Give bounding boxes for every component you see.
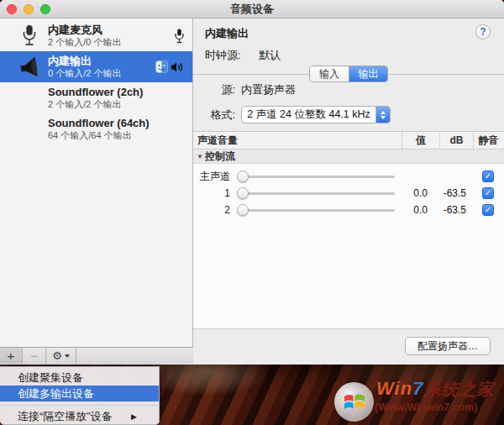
col-header-value: 值 — [402, 132, 439, 149]
actions-menu-button[interactable]: ⚙ — [46, 348, 76, 364]
mute-checkbox-2[interactable]: ✓ — [482, 204, 494, 216]
windows-logo-icon — [334, 382, 374, 422]
source-value: 内置扬声器 — [241, 82, 296, 97]
device-detail: 2 个输入/2 个输出 — [48, 99, 143, 111]
channel-label: 主声道 — [193, 170, 234, 184]
device-row-built-in-mic[interactable]: 内建麦克风 2 个输入/0 个输出 — [0, 20, 192, 51]
mute-checkbox-1[interactable]: ✓ — [482, 187, 494, 199]
slider-track — [237, 192, 395, 195]
sidebar-toolbar: + − ⚙ — [0, 347, 193, 364]
add-device-button[interactable]: + — [0, 348, 23, 364]
device-name: 内建麦克风 — [48, 24, 121, 37]
device-detail: 0 个输入/2 个输出 — [48, 68, 121, 80]
db-cell: -63.5 — [439, 204, 473, 216]
menu-item-label: 连接“隔空播放”设备 — [18, 409, 113, 424]
value-cell: 0.0 — [402, 204, 439, 216]
close-button[interactable] — [7, 4, 17, 14]
device-list: 内建麦克风 2 个输入/0 个输出 — [0, 18, 192, 144]
actions-context-menu: 创建聚集设备 创建多输出设备 连接“隔空播放”设备 ▶ — [0, 366, 160, 425]
source-format-section: 源: 内置扬声器 格式: 2 声道 24 位整数 44.1 kHz — [193, 75, 504, 132]
panel-footer: 配置扬声器… — [193, 328, 504, 363]
minimize-button[interactable] — [24, 4, 34, 14]
device-row-soundflower-64ch[interactable]: Soundflower (64ch) 64 个输入/64 个输出 — [0, 113, 192, 144]
slider-track — [237, 209, 395, 212]
submenu-arrow-icon: ▶ — [131, 412, 137, 421]
format-value: 2 声道 24 位整数 44.1 kHz — [242, 108, 375, 122]
volume-slider-1[interactable] — [237, 187, 398, 199]
finder-badge-icon — [155, 60, 168, 73]
audio-devices-window: 音频设备 — [0, 0, 504, 365]
clock-source-label: 时钟源: — [205, 48, 241, 63]
clock-source-value: 默认 — [259, 48, 281, 63]
mute-checkbox-master[interactable]: ✓ — [482, 171, 494, 182]
device-sidebar: 内建麦克风 2 个输入/0 个输出 — [0, 18, 193, 364]
device-detail-panel: 内建输出 时钟源: 默认 ? 输入 输出 源: 内置扬声器 — [193, 18, 504, 364]
zoom-button[interactable] — [40, 4, 50, 14]
channel-label: 2 — [193, 204, 234, 216]
traffic-lights — [7, 4, 50, 14]
device-detail: 2 个输入/0 个输出 — [48, 37, 121, 49]
watermark-win: Win — [376, 378, 412, 399]
configure-speakers-button[interactable]: 配置扬声器… — [405, 337, 491, 355]
screen: Win7系统之家 (Www.Winwin7.com) 音频设备 — [0, 0, 504, 425]
col-header-db: dB — [439, 132, 473, 149]
menu-separator — [1, 405, 158, 406]
control-stream-group-row[interactable]: ▼ 控制流 — [193, 150, 504, 164]
default-output-speaker-icon — [171, 61, 184, 73]
device-name: Soundflower (2ch) — [48, 86, 143, 99]
window-title: 音频设备 — [230, 2, 274, 17]
device-row-soundflower-2ch[interactable]: Soundflower (2ch) 2 个输入/2 个输出 — [0, 82, 192, 113]
toolbar-filler — [76, 348, 193, 364]
help-button[interactable]: ? — [475, 24, 491, 39]
col-header-channel: 声道音量 — [193, 132, 402, 149]
channel-label: 1 — [193, 187, 234, 199]
watermark-brand: Win7系统之家 — [376, 378, 494, 401]
panel-device-title: 内建输出 — [205, 26, 492, 41]
group-label: 控制流 — [205, 150, 235, 164]
default-input-mic-icon — [175, 29, 184, 44]
win7-watermark: Win7系统之家 (Www.Winwin7.com) — [333, 378, 501, 425]
slider-knob[interactable] — [237, 204, 249, 216]
speaker-icon — [18, 55, 40, 79]
microphone-icon — [18, 24, 40, 48]
device-detail: 64 个输入/64 个输出 — [48, 130, 150, 142]
menu-item-create-multi-output-device[interactable]: 创建多输出设备 — [0, 386, 159, 401]
titlebar[interactable]: 音频设备 — [0, 0, 504, 18]
volume-slider-master[interactable] — [237, 171, 398, 182]
chevron-down-icon — [65, 354, 70, 358]
tab-input[interactable]: 输入 — [310, 66, 349, 81]
table-row-channel-1: 1 0.0 -63.5 ✓ — [193, 185, 504, 202]
table-row-channel-2: 2 0.0 -63.5 ✓ — [193, 202, 504, 218]
menu-item-create-aggregate-device[interactable]: 创建聚集设备 — [0, 370, 159, 386]
watermark-seven: 7 — [412, 378, 423, 399]
watermark-url: (Www.Winwin7.com) — [375, 401, 477, 413]
disclosure-triangle-icon[interactable]: ▼ — [197, 153, 203, 160]
slider-track — [237, 176, 395, 178]
slider-knob[interactable] — [237, 171, 249, 182]
table-header: 声道音量 值 dB 静音 — [193, 132, 504, 150]
watermark-suffix: 系统之家 — [423, 380, 494, 398]
tab-output[interactable]: 输出 — [349, 66, 387, 81]
device-name: 内建输出 — [48, 55, 121, 68]
menu-item-connect-airplay-device[interactable]: 连接“隔空播放”设备 ▶ — [0, 408, 159, 424]
table-row-master: 主声道 ✓ — [193, 168, 504, 185]
gear-icon: ⚙ — [52, 349, 62, 362]
format-label: 格式: — [193, 108, 235, 123]
source-label: 源: — [193, 82, 235, 97]
device-row-built-in-output[interactable]: 内建输出 0 个输入/2 个输出 — [0, 51, 192, 82]
format-dropdown[interactable]: 2 声道 24 位整数 44.1 kHz — [241, 106, 391, 123]
volume-slider-2[interactable] — [237, 204, 398, 216]
device-name: Soundflower (64ch) — [48, 117, 150, 130]
db-cell: -63.5 — [439, 187, 473, 199]
stepper-arrows-icon — [375, 107, 390, 123]
value-cell: 0.0 — [402, 187, 439, 199]
remove-device-button[interactable]: − — [23, 348, 46, 364]
channel-volume-table: 声道音量 值 dB 静音 ▼ 控制流 主声道 — [193, 132, 504, 328]
slider-knob[interactable] — [237, 187, 249, 199]
col-header-mute: 静音 — [473, 132, 503, 149]
io-tabs: 输入 输出 — [309, 66, 388, 82]
